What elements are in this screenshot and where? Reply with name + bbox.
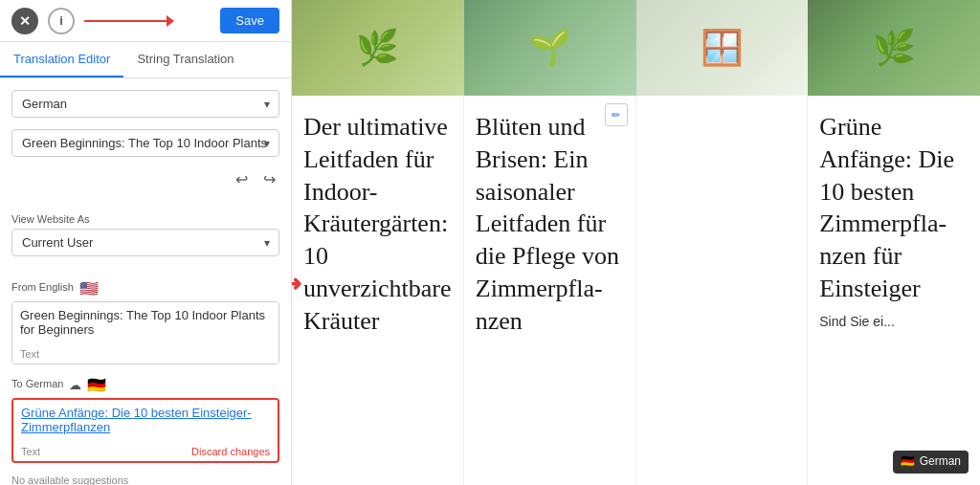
from-english-label: From English xyxy=(11,281,74,293)
save-button[interactable]: Save xyxy=(220,8,279,33)
auto-translate-button[interactable]: ☁ xyxy=(69,378,81,392)
info-button[interactable]: i xyxy=(48,8,75,34)
to-german-label: To German xyxy=(11,378,63,389)
to-german-footer: Text Discard changes xyxy=(13,444,278,461)
to-german-textarea[interactable]: Grüne Anfänge: Die 10 besten Einsteiger-… xyxy=(13,400,278,440)
edit-col2-button[interactable]: ✏ xyxy=(605,103,628,126)
text-col-4: Grüne Anfänge: Die 10 besten Zimmerpfla­… xyxy=(808,96,980,485)
german-badge-label: German xyxy=(920,454,961,470)
plant-image-1: 🌿 xyxy=(292,0,464,96)
image-4: 🌿 xyxy=(808,0,980,96)
image-3: 🪟 xyxy=(636,0,809,96)
from-english-field: From English 🇺🇸 Green Beginnings: The To… xyxy=(11,279,279,364)
english-flag: 🇺🇸 xyxy=(79,279,99,298)
text-grid: ➜ Der ultimative Leitfaden für Indoor-Kr… xyxy=(292,96,980,485)
discard-changes-link[interactable]: Discard changes xyxy=(191,446,270,457)
tab-translation-editor[interactable]: Translation Editor xyxy=(0,42,123,77)
left-panel: ✕ i Save Translation Editor String Trans… xyxy=(0,0,292,485)
text-col-3 xyxy=(636,96,809,485)
tab-string-translation[interactable]: String Translation xyxy=(123,42,247,77)
plant-image-2: 🌱 xyxy=(464,0,636,96)
text-col-1: ➜ Der ultimative Leitfaden für Indoor-Kr… xyxy=(292,96,464,485)
undo-redo-bar: ↩ ↪ xyxy=(11,168,279,190)
panel-content: German French Spanish Green Beginnings: … xyxy=(0,78,291,485)
redo-button[interactable]: ↪ xyxy=(259,168,279,190)
to-german-type: Text xyxy=(21,446,40,457)
image-row: 🌿 🌱 🪟 🌿 xyxy=(292,0,980,96)
from-english-textarea[interactable]: Green Beginnings: The Top 10 Indoor Plan… xyxy=(12,302,278,342)
german-badge: 🇩🇪 German xyxy=(893,451,969,474)
from-english-wrapper: Green Beginnings: The Top 10 Indoor Plan… xyxy=(11,301,279,364)
to-german-field: To German ☁ 🇩🇪 Grüne Anfänge: Die 10 bes… xyxy=(11,376,279,463)
german-flag: 🇩🇪 xyxy=(87,376,106,394)
red-arrow-icon: ➜ xyxy=(292,271,301,298)
from-english-header: From English 🇺🇸 xyxy=(11,279,279,298)
language-select[interactable]: German French Spanish xyxy=(11,90,279,118)
col4-small-text: Sind Sie ei... xyxy=(819,313,969,330)
tab-bar: Translation Editor String Translation xyxy=(0,42,291,78)
col1-text: Der ultimative Leitfaden für Indoor-Kräu… xyxy=(303,113,451,335)
post-select[interactable]: Green Beginnings: The Top 10 Indoor Plan… xyxy=(11,129,279,157)
image-2: 🌱 xyxy=(464,0,636,96)
col4-text: Grüne Anfänge: Die 10 besten Zimmerpfla­… xyxy=(819,113,954,302)
undo-button[interactable]: ↩ xyxy=(232,168,252,190)
top-bar: ✕ i Save xyxy=(0,0,291,42)
to-german-header: To German ☁ 🇩🇪 xyxy=(11,376,279,394)
col2-text: Blüten und Brisen: Ein saisonaler Leitfa… xyxy=(476,113,619,335)
no-suggestions: No available suggestions xyxy=(11,474,279,485)
text-col-2: ✏ Blüten und Brisen: Ein saisonaler Leit… xyxy=(464,96,636,485)
plant-image-4: 🌿 xyxy=(808,0,980,96)
german-badge-flag: 🇩🇪 xyxy=(901,454,915,470)
view-website-as-field: View Website As Current User Guest xyxy=(11,213,279,256)
from-english-type: Text xyxy=(12,346,278,364)
to-german-box: Grüne Anfänge: Die 10 besten Einsteiger-… xyxy=(11,398,279,463)
image-1: 🌿 xyxy=(292,0,464,96)
plant-image-3: 🪟 xyxy=(636,0,809,96)
view-website-as-label: View Website As xyxy=(11,213,279,225)
view-website-as-select[interactable]: Current User Guest xyxy=(11,229,279,256)
post-field: Green Beginnings: The Top 10 Indoor Plan… xyxy=(11,129,279,157)
right-content: 🌿 🌱 🪟 🌿 ➜ Der ultimative Leitfaden für I… xyxy=(292,0,980,485)
language-field: German French Spanish xyxy=(11,90,279,118)
close-button[interactable]: ✕ xyxy=(11,8,38,34)
